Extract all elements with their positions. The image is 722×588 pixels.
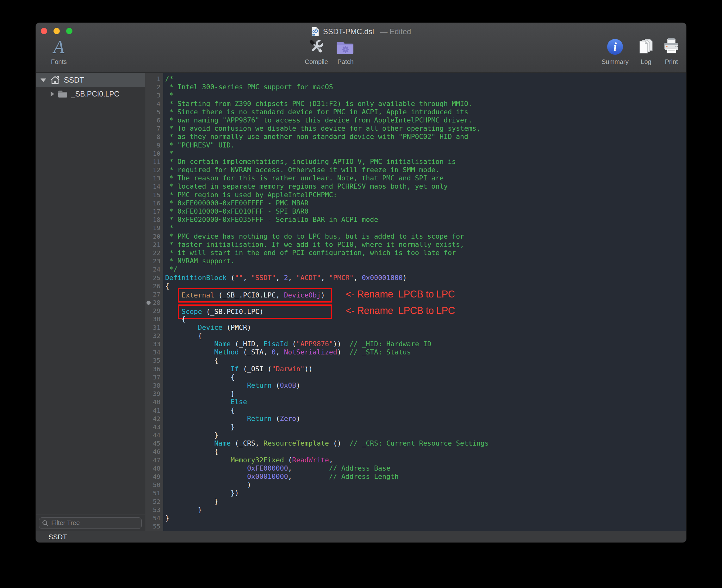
- line-number: 29: [145, 307, 163, 315]
- line-number: 18: [145, 215, 163, 224]
- code-line[interactable]: 7 * To avoid confusion we disable this d…: [145, 124, 686, 132]
- code-line[interactable]: 52 }: [145, 498, 686, 506]
- code-token: }: [165, 506, 202, 513]
- code-line[interactable]: 4 * Starting from Z390 chipsets PMC (D31…: [145, 100, 686, 108]
- code-line[interactable]: 5 * Since there is no standard device fo…: [145, 108, 686, 116]
- code-token: 0xFE000000: [247, 464, 288, 472]
- code-line[interactable]: 44 }: [145, 431, 686, 439]
- code-token: [165, 415, 247, 422]
- code-line[interactable]: 39 }: [145, 390, 686, 398]
- code-token: Else: [231, 398, 247, 406]
- home-icon: [50, 75, 60, 85]
- code-line[interactable]: 11 * On certain implementations, includi…: [145, 158, 686, 166]
- disclosure-open-icon[interactable]: [41, 79, 46, 82]
- code-line[interactable]: 20 * PMC device has nothing to do to LPC…: [145, 232, 686, 240]
- code-line[interactable]: 55: [145, 522, 686, 530]
- line-number: 4: [145, 100, 163, 108]
- line-number: 39: [145, 390, 163, 398]
- code-line[interactable]: 53 }: [145, 506, 686, 514]
- code-editor[interactable]: 1/*2 * Intel 300-series PMC support for …: [145, 73, 686, 531]
- code-token: {: [165, 406, 235, 414]
- line-number: 9: [145, 141, 163, 149]
- code-content: * 0xFE000000~0xFE00FFFF - PMC MBAR: [163, 199, 309, 207]
- code-line[interactable]: 14 * located in separate memory regions …: [145, 182, 686, 190]
- code-line[interactable]: 41 {: [145, 406, 686, 415]
- code-line[interactable]: 24 */: [145, 265, 686, 273]
- code-token: Device: [198, 323, 223, 331]
- code-line[interactable]: 42 Return (Zero): [145, 415, 686, 423]
- code-token: (PMCR): [222, 323, 251, 331]
- code-token: (_STA,: [239, 348, 272, 356]
- code-line[interactable]: 16 * 0xFE000000~0xFE00FFFF - PMC MBAR: [145, 199, 686, 207]
- code-line[interactable]: 31 Device (PMCR): [145, 323, 686, 332]
- code-line[interactable]: 6 * own naming "APP9876" to access this …: [145, 116, 686, 124]
- print-button[interactable]: Print: [651, 37, 686, 65]
- patch-button[interactable]: Patch: [325, 37, 366, 65]
- print-label: Print: [651, 58, 686, 65]
- code-line[interactable]: 49 0x00010000, // Address Length: [145, 472, 686, 481]
- code-line[interactable]: 1/*: [145, 75, 686, 83]
- rename-annotation: <- Rename LPCB to LPC: [346, 289, 455, 300]
- code-line[interactable]: 51 }): [145, 489, 686, 497]
- line-number: 32: [145, 332, 163, 340]
- code-token: ResourceTemplate: [263, 439, 329, 447]
- code-token: ): [296, 415, 300, 422]
- code-content: {: [163, 315, 186, 323]
- code-line[interactable]: 40 Else: [145, 398, 686, 406]
- code-line[interactable]: 13 * The reason for this is rather uncle…: [145, 174, 686, 182]
- code-line[interactable]: 22 * it will start in the end of PCI con…: [145, 249, 686, 257]
- sidebar-item-ssdt-root[interactable]: SSDT: [36, 73, 145, 87]
- code-line[interactable]: 46 {: [145, 447, 686, 456]
- code-line[interactable]: 27 External (_SB_.PCI0.LPC, DeviceObj)<-…: [145, 290, 686, 298]
- code-line[interactable]: 43 }: [145, 423, 686, 431]
- code-line[interactable]: 34 Method (_STA, 0, NotSerialized) // _S…: [145, 348, 686, 356]
- code-token: * it will start in the end of PCI config…: [165, 249, 456, 257]
- code-line[interactable]: 15 * PMC region is used by AppleIntelPCH…: [145, 191, 686, 199]
- code-line[interactable]: 36 If (_OSI ("Darwin")): [145, 365, 686, 373]
- code-token: ,: [288, 472, 292, 480]
- code-content: * located in separate memory regions and…: [163, 182, 448, 190]
- code-line[interactable]: 50 ): [145, 481, 686, 489]
- code-line[interactable]: 2 * Intel 300-series PMC support for mac…: [145, 83, 686, 91]
- code-content: Device (PMCR): [163, 323, 251, 332]
- code-content: Return (Zero): [163, 415, 300, 423]
- line-number: 27: [145, 290, 163, 298]
- sidebar-item-sb-pci0-lpc[interactable]: _SB.PCI0.LPC: [36, 87, 145, 101]
- code-line[interactable]: 23 * NVRAM support.: [145, 257, 686, 265]
- code-content: * On certain implementations, including …: [163, 158, 456, 166]
- code-line[interactable]: 19 *: [145, 224, 686, 232]
- line-number: 49: [145, 472, 163, 481]
- code-line[interactable]: 37 {: [145, 373, 686, 381]
- filter-tree-input[interactable]: [39, 518, 142, 529]
- line-number: 51: [145, 489, 163, 497]
- code-line[interactable]: 18 * 0xFE020000~0xFE035FFF - SerialIo BA…: [145, 215, 686, 224]
- code-line[interactable]: 32 {: [145, 332, 686, 340]
- code-line[interactable]: 47 Memory32Fixed (ReadWrite,: [145, 456, 686, 464]
- code-token: * located in separate memory regions and…: [165, 182, 448, 190]
- print-icon: [651, 37, 686, 57]
- code-line[interactable]: 9 * "PCHRESV" UID.: [145, 141, 686, 149]
- code-line[interactable]: 10 *: [145, 149, 686, 158]
- code-line[interactable]: 21 * faster initialisation. If we add it…: [145, 240, 686, 249]
- fonts-button[interactable]: A Fonts: [38, 37, 80, 65]
- code-content: * NVRAM support.: [163, 257, 235, 265]
- code-line[interactable]: 35 {: [145, 356, 686, 364]
- code-line[interactable]: 33 Name (_HID, EisaId ("APP9876")) // _H…: [145, 340, 686, 348]
- code-token: // _HID: Hardware ID: [341, 340, 431, 348]
- sidebar-root-label: SSDT: [64, 76, 84, 84]
- code-content: {: [163, 356, 218, 364]
- code-line[interactable]: 30 {: [145, 315, 686, 323]
- code-line[interactable]: 8 * as they normally use another non-sta…: [145, 132, 686, 141]
- code-line[interactable]: 54}: [145, 514, 686, 522]
- code-token: * To avoid confusion we disable this dev…: [165, 124, 481, 132]
- code-line[interactable]: 12 * required for NVRAM access. Otherwis…: [145, 166, 686, 174]
- code-line[interactable]: 48 0xFE000000, // Address Base: [145, 464, 686, 472]
- code-line[interactable]: 25DefinitionBlock ("", "SSDT", 2, "ACDT"…: [145, 274, 686, 282]
- disclosure-closed-icon[interactable]: [50, 91, 54, 97]
- code-line[interactable]: 3 *: [145, 91, 686, 99]
- code-line[interactable]: 38 Return (0x0B): [145, 381, 686, 390]
- code-token: Memory32Fixed: [231, 456, 284, 464]
- code-line[interactable]: 17 * 0xFE010000~0xFE010FFF - SPI BAR0: [145, 207, 686, 215]
- code-line[interactable]: 45 Name (_CRS, ResourceTemplate () // _C…: [145, 439, 686, 447]
- code-line[interactable]: 29 Scope (_SB.PCI0.LPC)<- Rename LPCB to…: [145, 307, 686, 315]
